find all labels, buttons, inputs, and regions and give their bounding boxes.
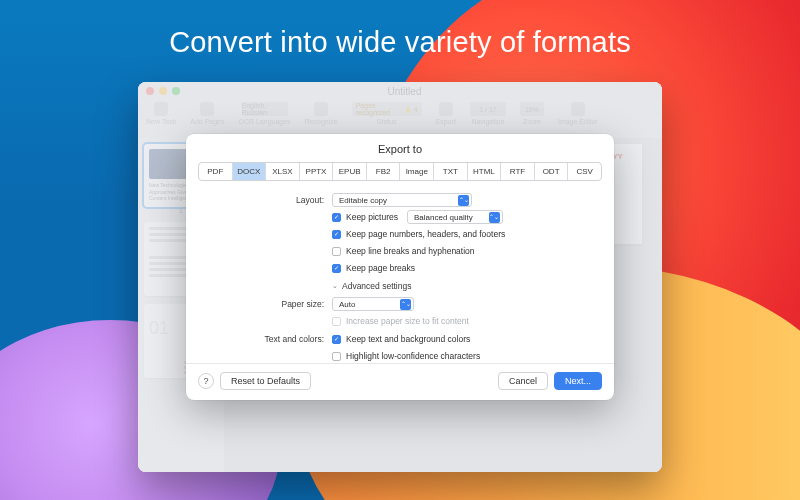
keep-pictures-checkbox[interactable]: ✓ bbox=[332, 213, 341, 222]
checkbox-label: Keep page breaks bbox=[346, 263, 415, 273]
toolbar-label: Add Pages bbox=[190, 118, 224, 125]
checkbox-label: Keep text and background colors bbox=[346, 334, 470, 344]
new-task-icon[interactable] bbox=[154, 102, 168, 116]
increase-paper-checkbox bbox=[332, 317, 341, 326]
add-pages-icon[interactable] bbox=[200, 102, 214, 116]
toolbar-label: OCR Languages bbox=[238, 118, 290, 125]
checkbox-label: Highlight low-confidence characters bbox=[346, 351, 480, 361]
toolbar-label: Recognize bbox=[305, 118, 338, 125]
layout-select[interactable]: Editable copy ⌃⌄ bbox=[332, 193, 472, 207]
ocr-languages-select[interactable]: English, Russian bbox=[242, 102, 288, 116]
chevron-updown-icon: ⌃⌄ bbox=[400, 299, 411, 310]
format-tab-epub[interactable]: EPUB bbox=[333, 163, 367, 180]
image-editor-icon[interactable] bbox=[571, 102, 585, 116]
format-tab-odt[interactable]: ODT bbox=[535, 163, 569, 180]
checkbox-label: Keep line breaks and hyphenation bbox=[346, 246, 475, 256]
keep-page-numbers-checkbox[interactable]: ✓ bbox=[332, 230, 341, 239]
layout-label: Layout: bbox=[204, 195, 332, 205]
toolbar-label: Navigation bbox=[471, 118, 504, 125]
format-tab-docx[interactable]: DOCX bbox=[233, 163, 267, 180]
paper-size-select[interactable]: Auto ⌃⌄ bbox=[332, 297, 414, 311]
help-button[interactable]: ? bbox=[198, 373, 214, 389]
checkbox-label: Keep pictures bbox=[346, 212, 398, 222]
picture-quality-select[interactable]: Balanced quality ⌃⌄ bbox=[407, 210, 503, 224]
highlight-low-confidence-checkbox[interactable] bbox=[332, 352, 341, 361]
keep-page-breaks-checkbox[interactable]: ✓ bbox=[332, 264, 341, 273]
cancel-button[interactable]: Cancel bbox=[498, 372, 548, 390]
marketing-headline: Convert into wide variety of formats bbox=[0, 26, 800, 59]
advanced-settings-disclosure[interactable]: ⌄ Advanced settings bbox=[332, 281, 411, 291]
zoom-value[interactable]: 19% bbox=[520, 102, 544, 116]
format-tab-xlsx[interactable]: XLSX bbox=[266, 163, 300, 180]
chevron-updown-icon: ⌃⌄ bbox=[458, 195, 469, 206]
next-button[interactable]: Next... bbox=[554, 372, 602, 390]
toolbar-label: New Task bbox=[146, 118, 176, 125]
titlebar: Untitled bbox=[138, 82, 662, 100]
keep-text-colors-checkbox[interactable]: ✓ bbox=[332, 335, 341, 344]
format-tab-csv[interactable]: CSV bbox=[568, 163, 601, 180]
export-dialog: Export to PDFDOCXXLSXPPTXEPUBFB2ImageTXT… bbox=[186, 134, 614, 400]
reset-defaults-button[interactable]: Reset to Defaults bbox=[220, 372, 311, 390]
checkbox-label: Increase paper size to fit content bbox=[346, 316, 469, 326]
dialog-title: Export to bbox=[186, 134, 614, 162]
format-tab-pdf[interactable]: PDF bbox=[199, 163, 233, 180]
toolbar-label: Status bbox=[377, 118, 397, 125]
chevron-updown-icon: ⌃⌄ bbox=[489, 212, 500, 223]
toolbar-label: Zoom bbox=[523, 118, 541, 125]
window-title: Untitled bbox=[155, 86, 654, 97]
format-tab-txt[interactable]: TXT bbox=[434, 163, 468, 180]
format-tab-html[interactable]: HTML bbox=[468, 163, 502, 180]
close-icon[interactable] bbox=[146, 87, 154, 95]
warning-icon bbox=[405, 106, 411, 113]
keep-line-breaks-checkbox[interactable] bbox=[332, 247, 341, 256]
recognize-icon[interactable] bbox=[314, 102, 328, 116]
format-tab-rtf[interactable]: RTF bbox=[501, 163, 535, 180]
format-tab-fb2[interactable]: FB2 bbox=[367, 163, 401, 180]
checkbox-label: Keep page numbers, headers, and footers bbox=[346, 229, 505, 239]
status-pill[interactable]: Pages recognized4 bbox=[352, 102, 422, 116]
toolbar-label: Export bbox=[436, 118, 456, 125]
page-nav[interactable]: 1 / 17 bbox=[470, 102, 506, 116]
toolbar: New Task Add Pages English, RussianOCR L… bbox=[138, 100, 662, 138]
format-tab-pptx[interactable]: PPTX bbox=[300, 163, 334, 180]
format-tabs: PDFDOCXXLSXPPTXEPUBFB2ImageTXTHTMLRTFODT… bbox=[198, 162, 602, 181]
chevron-down-icon: ⌄ bbox=[332, 282, 338, 290]
export-icon[interactable] bbox=[439, 102, 453, 116]
toolbar-label: Image Editor bbox=[558, 118, 598, 125]
format-tab-image[interactable]: Image bbox=[400, 163, 434, 180]
paper-size-label: Paper size: bbox=[204, 299, 332, 309]
text-colors-label: Text and colors: bbox=[204, 334, 332, 344]
